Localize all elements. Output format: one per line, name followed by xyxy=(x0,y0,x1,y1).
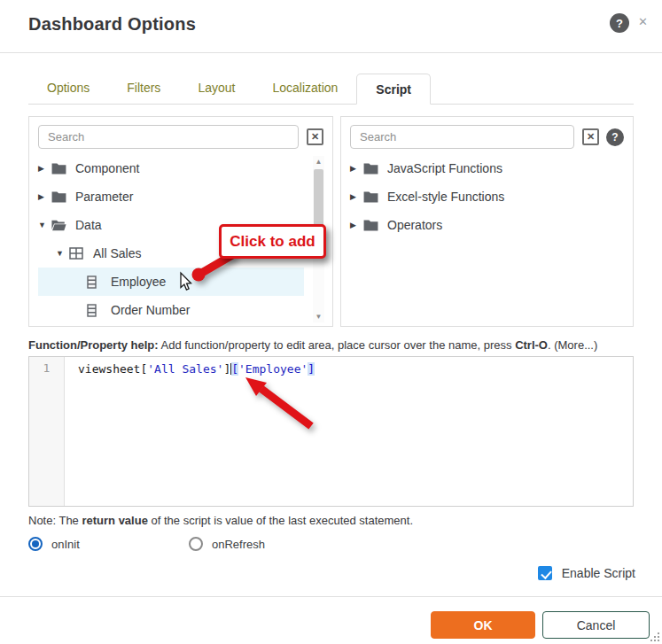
chevron-right-icon[interactable]: ▶ xyxy=(38,164,51,173)
dialog-title: Dashboard Options xyxy=(28,14,196,35)
scrollbar-thumb[interactable] xyxy=(314,169,323,237)
left-search-row: ✕ xyxy=(38,125,323,149)
functions-tree-panel: ✕ ? ▶JavaScript Functions▶Excel-style Fu… xyxy=(340,116,634,327)
left-search-input[interactable] xyxy=(38,125,299,149)
left-search-clear-icon[interactable]: ✕ xyxy=(307,128,323,145)
tab-script[interactable]: Script xyxy=(356,74,431,105)
chevron-down-icon[interactable]: ▼ xyxy=(38,221,51,229)
chevron-right-icon[interactable]: ▶ xyxy=(350,221,363,229)
chevron-right-icon[interactable]: ▶ xyxy=(38,192,51,201)
folder-icon xyxy=(51,190,66,203)
column-icon xyxy=(87,304,102,317)
tree-item-label: Excel-style Functions xyxy=(387,190,504,204)
enable-script-row[interactable]: Enable Script xyxy=(0,566,635,580)
tree-item-label: Order Number xyxy=(111,303,190,317)
column-icon xyxy=(87,275,102,289)
ok-button[interactable]: OK xyxy=(431,611,535,639)
radio-circle-icon[interactable] xyxy=(189,537,203,551)
editor-gutter: 1 xyxy=(29,357,65,506)
dialog-header: Dashboard Options ? ✕ xyxy=(0,0,662,53)
help-bold-prefix: Function/Property help: xyxy=(28,338,159,352)
code-token: viewsheet[ xyxy=(78,362,147,376)
right-tree: ▶JavaScript Functions▶Excel-style Functi… xyxy=(350,154,624,239)
folder-icon xyxy=(363,190,378,203)
radio-circle-icon[interactable] xyxy=(28,537,43,551)
tree-item-operators[interactable]: ▶Operators xyxy=(350,211,624,239)
script-editor: 1 viewsheet['All Sales']['Employee'] xyxy=(28,356,634,507)
help-ctrl-o: Ctrl-O xyxy=(515,338,548,352)
line-number: 1 xyxy=(43,361,51,375)
folder-icon xyxy=(51,162,66,175)
script-type-radios: onInitonRefresh xyxy=(28,537,634,551)
tab-localization[interactable]: Localization xyxy=(253,73,356,104)
code-token: ] xyxy=(223,362,230,376)
tree-item-label: Data xyxy=(75,218,102,232)
tree-item-label: JavaScript Functions xyxy=(387,161,502,175)
panels-row: ✕ ▶Component▶Parameter▼Data▼All SalesEmp… xyxy=(28,116,634,327)
component-tree-panel: ✕ ▶Component▶Parameter▼Data▼All SalesEmp… xyxy=(28,116,333,327)
cancel-button[interactable]: Cancel xyxy=(542,611,650,639)
radio-onrefresh[interactable]: onRefresh xyxy=(189,537,265,551)
dashboard-options-dialog: Dashboard Options ? ✕ OptionsFiltersLayo… xyxy=(0,0,662,644)
tree-item-data[interactable]: ▼Data xyxy=(38,211,304,239)
help-icon[interactable]: ? xyxy=(610,13,629,33)
tree-item-label: All Sales xyxy=(93,246,141,260)
left-tree: ▶Component▶Parameter▼Data▼All SalesEmplo… xyxy=(38,154,304,324)
scroll-down-icon[interactable]: ▼ xyxy=(313,311,324,322)
tree-item-all-sales[interactable]: ▼All Sales xyxy=(38,239,304,268)
tab-options[interactable]: Options xyxy=(28,73,108,104)
enable-script-checkbox[interactable] xyxy=(538,566,552,580)
footer-buttons: OK Cancel xyxy=(0,611,650,639)
right-search-clear-icon[interactable]: ✕ xyxy=(582,128,599,145)
folder-open-icon xyxy=(51,219,66,231)
functions-help-icon[interactable]: ? xyxy=(606,128,624,146)
radio-label: onRefresh xyxy=(212,538,265,551)
chevron-down-icon[interactable]: ▼ xyxy=(56,249,69,258)
code-token: 'All Sales' xyxy=(147,362,223,376)
right-search-row: ✕ ? xyxy=(350,125,624,149)
folder-icon xyxy=(363,162,378,175)
scroll-up-icon[interactable]: ▲ xyxy=(313,156,324,167)
chevron-right-icon[interactable]: ▶ xyxy=(350,164,363,173)
tree-item-excel-style-functions[interactable]: ▶Excel-style Functions xyxy=(350,182,624,211)
table-icon xyxy=(69,247,84,260)
return-value-note: Note: The return value of the script is … xyxy=(28,514,634,527)
radio-oninit[interactable]: onInit xyxy=(28,537,189,551)
code-token: 'Employee' xyxy=(238,362,308,376)
code-area[interactable]: viewsheet['All Sales']['Employee'] xyxy=(65,357,633,506)
tree-item-label: Operators xyxy=(387,218,442,232)
code-token: [ xyxy=(231,362,238,376)
note-bold: return value xyxy=(82,514,147,527)
right-search-input[interactable] xyxy=(350,125,574,149)
footer-divider xyxy=(0,596,662,597)
code-line: viewsheet['All Sales']['Employee'] xyxy=(78,362,315,376)
close-icon[interactable]: ✕ xyxy=(638,16,648,27)
radio-label: onInit xyxy=(51,538,80,551)
tree-item-label: Parameter xyxy=(75,190,133,204)
tree-item-order-number[interactable]: Order Number xyxy=(38,296,304,324)
enable-script-label: Enable Script xyxy=(562,566,635,580)
tree-item-label: Component xyxy=(75,161,139,175)
tab-filters[interactable]: Filters xyxy=(108,73,179,104)
function-property-help-text: Function/Property help: Add function/pro… xyxy=(28,338,634,352)
code-token: ] xyxy=(308,362,315,376)
tree-item-parameter[interactable]: ▶Parameter xyxy=(38,182,304,211)
folder-icon xyxy=(363,219,378,231)
tree-item-javascript-functions[interactable]: ▶JavaScript Functions xyxy=(350,154,624,182)
tree-item-employee[interactable]: Employee xyxy=(38,268,304,296)
chevron-right-icon[interactable]: ▶ xyxy=(350,192,363,201)
left-tree-scrollbar[interactable]: ▲ ▼ xyxy=(313,156,324,322)
tree-item-component[interactable]: ▶Component xyxy=(38,154,304,182)
tab-layout[interactable]: Layout xyxy=(179,73,253,104)
tab-bar: OptionsFiltersLayoutLocalizationScript xyxy=(28,73,634,105)
tree-item-label: Employee xyxy=(111,275,166,289)
resize-grip[interactable] xyxy=(650,632,659,641)
more-link[interactable]: (More...) xyxy=(554,338,597,352)
